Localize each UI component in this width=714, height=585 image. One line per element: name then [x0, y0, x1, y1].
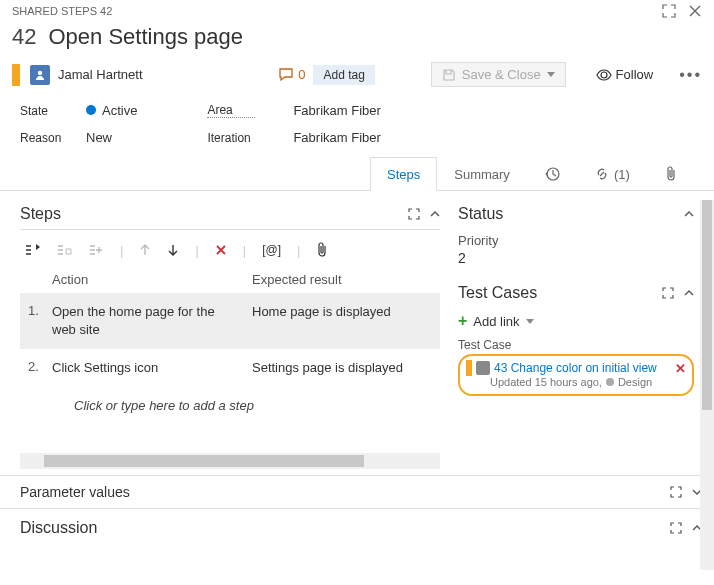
priority-value[interactable]: 2 — [458, 250, 694, 266]
create-shared-icon[interactable] — [88, 243, 104, 257]
tab-steps[interactable]: Steps — [370, 157, 437, 191]
area-label: Area — [207, 103, 255, 118]
attach-icon[interactable] — [316, 242, 328, 258]
iteration-value[interactable]: Fabrikam Fiber — [293, 130, 380, 145]
remove-link-icon[interactable]: ✕ — [675, 361, 686, 376]
expand-icon[interactable] — [670, 486, 682, 498]
page-title[interactable]: Open Settings page — [48, 24, 242, 50]
state-label: State — [20, 104, 68, 118]
avatar — [476, 361, 490, 375]
plus-icon: + — [458, 312, 467, 330]
insert-shared-icon[interactable] — [56, 243, 72, 257]
discussion-count[interactable]: 0 — [278, 67, 305, 82]
parameter-values-title: Parameter values — [20, 484, 130, 500]
tab-history[interactable] — [527, 157, 577, 190]
vertical-scrollbar[interactable] — [700, 200, 714, 570]
add-link-button[interactable]: + Add link — [458, 312, 694, 330]
area-value[interactable]: Fabrikam Fiber — [293, 103, 380, 118]
move-up-icon[interactable] — [139, 243, 151, 257]
svg-point-1 — [601, 72, 607, 78]
type-color-bar — [12, 64, 20, 86]
reason-value[interactable]: New — [86, 130, 112, 145]
add-param-icon[interactable]: [@] — [262, 243, 281, 257]
steps-section-title: Steps — [20, 205, 61, 223]
breadcrumb: SHARED STEPS 42 — [12, 5, 112, 17]
linked-test-case[interactable]: 43 Change color on initial view ✕ Update… — [458, 354, 694, 396]
work-item-id: 42 — [12, 24, 36, 50]
reason-label: Reason — [20, 131, 68, 145]
state-dot-icon — [606, 378, 614, 386]
col-action: Action — [52, 272, 252, 287]
step-row[interactable]: 2. Click Settings icon Settings page is … — [20, 349, 440, 387]
move-down-icon[interactable] — [167, 243, 179, 257]
fullscreen-icon[interactable] — [662, 4, 676, 18]
chevron-down-icon — [526, 319, 534, 324]
test-case-label: Test Case — [458, 338, 694, 352]
iteration-label: Iteration — [207, 131, 255, 145]
add-tag-button[interactable]: Add tag — [313, 65, 374, 85]
expand-icon[interactable] — [662, 287, 674, 299]
collapse-up-icon[interactable] — [684, 209, 694, 219]
steps-toolbar: | | | [@] | — [20, 236, 440, 268]
add-step-placeholder[interactable]: Click or type here to add a step — [20, 388, 440, 423]
test-case-link[interactable]: 43 Change color on initial view — [494, 361, 657, 375]
priority-label: Priority — [458, 233, 694, 248]
svg-point-0 — [38, 70, 42, 74]
chevron-down-icon — [547, 72, 555, 77]
test-cases-title: Test Cases — [458, 284, 537, 302]
type-color-bar — [466, 360, 472, 376]
delete-step-icon[interactable] — [215, 244, 227, 256]
expand-icon[interactable] — [408, 208, 420, 220]
tab-attachments[interactable] — [647, 157, 695, 190]
tab-summary[interactable]: Summary — [437, 157, 527, 190]
author-name[interactable]: Jamal Hartnett — [58, 67, 143, 82]
collapse-up-icon[interactable] — [430, 208, 440, 220]
horizontal-scrollbar[interactable] — [20, 453, 440, 469]
avatar[interactable] — [30, 65, 50, 85]
follow-button[interactable]: Follow — [596, 67, 654, 82]
collapse-up-icon[interactable] — [684, 287, 694, 299]
expand-icon[interactable] — [670, 522, 682, 534]
col-result: Expected result — [252, 272, 342, 287]
status-section-title: Status — [458, 205, 503, 223]
more-actions-button[interactable]: ••• — [679, 66, 702, 84]
close-icon[interactable] — [688, 4, 702, 18]
tab-links[interactable]: (1) — [577, 157, 647, 190]
insert-step-icon[interactable] — [24, 243, 40, 257]
discussion-title: Discussion — [20, 519, 97, 537]
save-close-button: Save & Close — [431, 62, 566, 87]
state-value[interactable]: Active — [86, 103, 137, 118]
step-row[interactable]: 1. Open the home page for the web site H… — [20, 293, 440, 349]
